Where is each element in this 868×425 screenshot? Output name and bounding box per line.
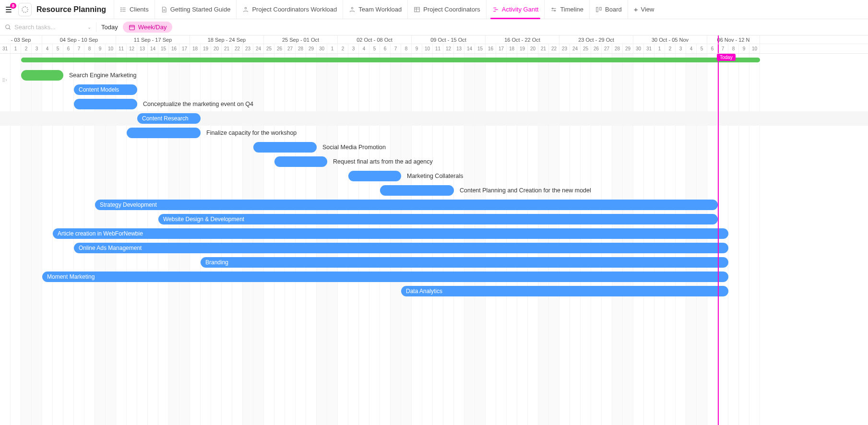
gantt-bar-label: Search Engine Marketing	[69, 72, 136, 79]
week-header-row: - 03 Sep04 Sep - 10 Sep11 Sep - 17 Sep18…	[0, 35, 868, 44]
day-header: 29	[306, 44, 317, 53]
day-header: 15	[475, 44, 486, 53]
day-header: 27	[285, 44, 296, 53]
gantt-bar[interactable]: Moment Marketing	[42, 272, 728, 282]
day-header: 1	[327, 44, 338, 53]
day-header: 7	[391, 44, 401, 53]
divider	[96, 23, 96, 32]
gantt-row: Request final arts from the ad agency	[0, 154, 868, 169]
week-header: 04 Sep - 10 Sep	[42, 35, 116, 44]
gantt-bar[interactable]: Social Media Promotion	[253, 142, 317, 153]
toolbar: ⌄ Today Week/Day	[0, 19, 868, 35]
day-header: 23	[243, 44, 253, 53]
gantt-bar-label: Finalize capacity for the workshop	[206, 130, 297, 136]
today-button[interactable]: Today	[101, 24, 118, 31]
day-header: 31	[644, 44, 654, 53]
day-header: 10	[106, 44, 116, 53]
gantt-bar[interactable]: Request final arts from the ad agency	[274, 156, 327, 167]
day-header: 6	[707, 44, 718, 53]
svg-point-4	[121, 9, 121, 10]
gantt-bar-label: Request final arts from the ad agency	[333, 158, 433, 165]
day-header: 28	[612, 44, 623, 53]
gantt-bar[interactable]: Website Design & Development	[158, 214, 718, 224]
gantt-row: Branding	[0, 255, 868, 270]
add-view-label: View	[641, 6, 654, 13]
space-icon[interactable]	[18, 3, 32, 16]
gantt-bar[interactable]: Branding	[201, 257, 728, 268]
day-header: 14	[148, 44, 158, 53]
week-header: 16 Oct - 22 Oct	[486, 35, 559, 44]
day-header: 3	[348, 44, 359, 53]
gantt-bar[interactable]: Content Models	[74, 84, 137, 95]
svg-rect-10	[415, 7, 420, 12]
svg-point-3	[121, 7, 121, 8]
view-tab-label: Team Workload	[358, 6, 402, 13]
day-header: 28	[296, 44, 306, 53]
day-header: 4	[359, 44, 369, 53]
week-header: 23 Oct - 29 Oct	[559, 35, 633, 44]
day-header: 11	[433, 44, 443, 53]
gantt-bar[interactable]: Finalize capacity for the workshop	[127, 128, 201, 138]
day-header: 16	[169, 44, 179, 53]
gantt-summary-row	[0, 58, 868, 64]
gantt-bar[interactable]: Article creation in WebForNewbie	[53, 228, 728, 239]
expand-sidebar-button[interactable]	[0, 73, 9, 87]
day-header: 24	[570, 44, 581, 53]
gantt-row: Website Design & Development	[0, 212, 868, 226]
gantt-row: Finalize capacity for the workshop	[0, 126, 868, 140]
gantt-bar[interactable]: Strategy Development	[95, 200, 718, 210]
day-header: 26	[274, 44, 285, 53]
day-header: 24	[253, 44, 264, 53]
day-header: 1	[11, 44, 21, 53]
day-header: 4	[686, 44, 697, 53]
add-view-button[interactable]: +View	[628, 0, 660, 19]
day-header: 14	[464, 44, 475, 53]
day-header: 8	[401, 44, 412, 53]
view-tab-getting-started-guide[interactable]: Getting Started Guide	[155, 0, 237, 19]
view-tab-label: Getting Started Guide	[170, 6, 231, 13]
day-header: 19	[517, 44, 528, 53]
gantt-body[interactable]: Search Engine MarketingContent ModelsCon…	[0, 54, 868, 425]
day-header: 9	[412, 44, 422, 53]
gantt-bar[interactable]: Conceptualize the marketing event on Q4	[74, 99, 137, 109]
gantt-row: Online Ads Management	[0, 241, 868, 255]
view-tab-clients[interactable]: Clients	[114, 0, 155, 19]
view-tab-label: Project Coordinators Workload	[252, 6, 337, 13]
svg-rect-20	[596, 7, 598, 12]
gantt-bar[interactable]: Marketing Collaterals	[348, 171, 401, 181]
view-tab-label: Project Coordinators	[423, 6, 480, 13]
day-header: 13	[137, 44, 148, 53]
gantt-bar[interactable]: Content Research	[137, 113, 201, 124]
day-header: 15	[158, 44, 169, 53]
view-tab-label: Activity Gantt	[502, 6, 539, 13]
search-wrap: ⌄	[5, 24, 91, 31]
day-header: 25	[264, 44, 274, 53]
search-dropdown-icon[interactable]: ⌄	[87, 24, 91, 30]
view-tab-activity-gantt[interactable]: Activity Gantt	[486, 0, 545, 19]
view-tab-timeline[interactable]: Timeline	[544, 0, 589, 19]
gantt-summary-bar[interactable]	[21, 58, 760, 62]
gantt-bar[interactable]: Data Analytics	[401, 286, 728, 296]
scale-selector[interactable]: Week/Day	[123, 22, 173, 33]
view-tab-project-coordinators[interactable]: Project Coordinators	[407, 0, 486, 19]
notification-badge: 8	[10, 3, 16, 9]
day-header: 18	[507, 44, 517, 53]
today-line	[718, 54, 719, 425]
search-input[interactable]	[14, 24, 82, 31]
day-header: 17	[179, 44, 190, 53]
day-header: 7	[718, 44, 728, 53]
view-tab-team-workload[interactable]: Team Workload	[343, 0, 407, 19]
gantt-row: Content Research	[0, 111, 868, 126]
menu-button[interactable]: 8	[4, 5, 13, 14]
day-header: 31	[0, 44, 11, 53]
day-header: 6	[380, 44, 391, 53]
gantt-bar[interactable]: Online Ads Management	[74, 243, 728, 253]
day-header-row: 3112345678910111213141516171819202122232…	[0, 44, 868, 54]
day-header: 12	[127, 44, 137, 53]
view-tab-project-coordinators-workload[interactable]: Project Coordinators Workload	[236, 0, 343, 19]
gantt-bar[interactable]: Content Planning and Creation for the ne…	[380, 185, 454, 196]
week-header: 09 Oct - 15 Oct	[412, 35, 486, 44]
gantt-bar[interactable]: Search Engine Marketing	[21, 70, 63, 81]
gantt-row: Content Planning and Creation for the ne…	[0, 183, 868, 198]
view-tab-board[interactable]: Board	[589, 0, 628, 19]
